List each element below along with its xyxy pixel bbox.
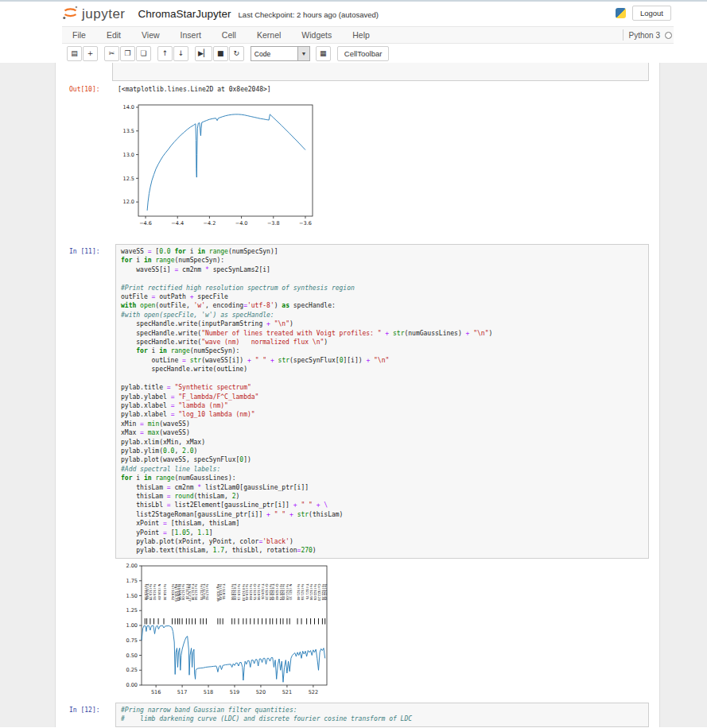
svg-text:12.5: 12.5 [123,176,134,182]
svg-text:Fe I 519.45: Fe I 519.45 [245,583,249,600]
python-logo-icon [616,8,626,18]
svg-text:0.00: 0.00 [126,682,138,688]
out-text: [<matplotlib.lines.Line2D at 0x8ee2048>] [118,86,271,93]
kernel-indicator: Python 3 [623,29,672,41]
svg-text:Ti II 519.00: Ti II 519.00 [233,583,237,600]
jupyter-logo-text: jupyter [82,6,126,22]
svg-text:−4.4: −4.4 [171,220,184,227]
svg-text:Cr I 519.75: Cr I 519.75 [253,583,257,600]
svg-text:−4.0: −4.0 [235,220,248,227]
svg-text:−4.2: −4.2 [204,220,216,227]
menu-item-edit[interactable]: Edit [96,30,131,40]
kernel-name: Python 3 [629,31,660,40]
svg-text:2.00: 2.00 [126,563,138,569]
kernel-idle-icon [665,32,672,39]
jupyter-logo-icon [62,4,79,24]
restart-icon: ↻ [234,49,240,57]
svg-text:519: 519 [230,689,239,695]
save-button[interactable]: ▤ [67,46,82,61]
menu-item-file[interactable]: File [62,30,96,40]
svg-text:Fe I 522.05: Fe I 522.05 [313,583,317,600]
menu-item-kernel[interactable]: Kernel [247,30,291,40]
in-prompt: In [11]: [69,244,115,559]
svg-text:1.75: 1.75 [126,578,138,584]
menu-bar: FileEditViewInsertCellKernelWidgetsHelp … [62,26,674,44]
paste-icon: ❏ [140,49,146,57]
arrow-up-icon: ↑ [162,49,169,57]
jupyter-logo[interactable]: jupyter [62,4,126,24]
code-editor-in12[interactable]: #Pring narrow band Gaussian filter quant… [115,703,649,727]
menu-item-widgets[interactable]: Widgets [291,30,342,40]
svg-text:13.0: 13.0 [123,152,134,158]
menu-item-cell[interactable]: Cell [212,30,247,40]
svg-text:Fe I 519.60: Fe I 519.60 [249,583,253,600]
cell-type-dropdown[interactable]: Code ▼ [251,46,310,61]
svg-text:Fe I 521.40: Fe I 521.40 [297,583,301,600]
add-cell-icon: + [87,49,94,57]
svg-text:Fe I 517.50: Fe I 517.50 [194,583,198,600]
run-cell-button[interactable]: ▶▏ [195,46,212,61]
svg-text:Cr I 520.60: Cr I 520.60 [275,583,279,600]
svg-text:518: 518 [204,689,213,695]
out-prompt: Out[10]: [69,86,115,93]
svg-text:516: 516 [151,689,161,695]
svg-text:1.50: 1.50 [126,593,138,599]
plot-log-flux: −4.6−4.4−4.2−4.0−3.8−3.612.012.513.013.5… [118,101,317,227]
svg-text:Fe I 521.90: Fe I 521.90 [309,583,313,600]
svg-text:1.25: 1.25 [126,607,138,614]
run-icon: ▶▏ [198,49,209,57]
notebook-background: Out[10]: [<matplotlib.lines.Line2D at 0x… [0,63,707,727]
svg-text:521: 521 [282,689,292,695]
svg-text:−3.8: −3.8 [267,220,280,227]
code-editor-in11[interactable]: waveSS = [0.0 for i in range(numSpecSyn)… [115,244,649,559]
cell-type-value: Code [251,47,297,60]
svg-text:522: 522 [309,689,318,695]
menu-item-view[interactable]: View [131,30,170,40]
svg-text:13.5: 13.5 [123,128,134,134]
menu-item-insert[interactable]: Insert [170,30,212,40]
svg-text:520: 520 [256,689,266,695]
paste-cell-button[interactable]: ❏ [136,46,151,61]
code-cell-in11: In [11]: waveSS = [0.0 for i in range(nu… [56,244,659,559]
svg-text:Fe I 516.30: Fe I 516.30 [163,583,167,600]
arrow-down-icon: ↓ [178,49,185,57]
command-palette-button[interactable]: ▦ [316,46,331,61]
add-cell-button[interactable]: + [83,46,98,61]
svg-text:−3.6: −3.6 [299,220,312,227]
move-cell-up-button[interactable]: ↑ [157,46,173,61]
code-cell-in12: In [12]: #Pring narrow band Gaussian fil… [56,703,659,727]
in-prompt: In [12]: [69,703,115,727]
svg-text:Ti I 521.75: Ti I 521.75 [305,583,309,599]
svg-text:0.25: 0.25 [126,667,138,673]
toolbar: ▤ + ✂ ❐ ❏ ↑ ↓ ▶▏ ■ ↻ Code ▼ ▦ CellToolba… [62,44,674,63]
logout-button[interactable]: Logout [632,6,671,21]
code-cell-partial[interactable] [112,63,649,81]
svg-text:14.0: 14.0 [123,104,134,110]
move-cell-down-button[interactable]: ↓ [173,46,188,61]
svg-text:Ti II 520.45: Ti II 520.45 [271,583,275,600]
svg-text:Fe I 522.45: Fe I 522.45 [324,583,328,600]
restart-kernel-button[interactable]: ↻ [229,46,244,61]
svg-text:Ca I 522.20: Ca I 522.20 [317,583,321,601]
copy-cell-button[interactable]: ❐ [120,46,135,61]
svg-text:Ni I 521.10: Ni I 521.10 [289,583,293,600]
svg-text:0.50: 0.50 [126,652,138,659]
notebook-container: Out[10]: [<matplotlib.lines.Line2D at 0x… [55,63,660,727]
stop-icon: ■ [217,49,224,57]
svg-text:12.0: 12.0 [123,199,134,205]
svg-text:Ti I 520.05: Ti I 520.05 [261,583,265,599]
svg-text:Fe I 517.92: Fe I 517.92 [205,583,209,600]
svg-text:Fe I 515.78: Fe I 515.78 [149,583,153,600]
menu-item-help[interactable]: Help [342,30,380,40]
checkpoint-status: Last Checkpoint: 2 hours ago (autosaved) [239,10,379,19]
notebook-title[interactable]: ChromaStarJupyter [138,8,231,20]
svg-text:Fe I 519.90: Fe I 519.90 [257,583,261,600]
copy-icon: ❐ [124,49,130,57]
plot-synthetic-spectrum: 5165175185195205215220.000.250.500.751.0… [118,562,331,695]
celltoolbar-button[interactable]: CellToolbar [337,46,390,61]
svg-text:Fe I 521.55: Fe I 521.55 [301,583,305,600]
save-icon: ▤ [71,49,78,57]
interrupt-kernel-button[interactable]: ■ [213,46,228,61]
cut-cell-button[interactable]: ✂ [104,46,119,61]
notebook-header: jupyter ChromaStarJupyter Last Checkpoin… [62,2,674,26]
